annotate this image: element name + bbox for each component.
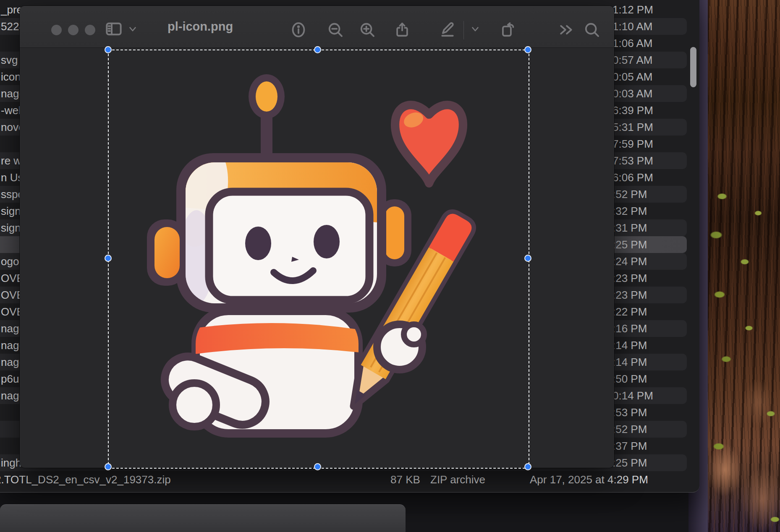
zip-file-kind: ZIP archive: [430, 471, 485, 488]
file-date-fragment: :31 PM: [612, 219, 647, 236]
file-date-fragment: :14 PM: [612, 354, 647, 370]
sidebar-icon[interactable]: [105, 22, 122, 36]
toolbar-divider: [463, 21, 464, 39]
file-date-fragment: :50 PM: [612, 370, 647, 387]
file-name-fragment: icon: [1, 68, 21, 85]
search-icon[interactable]: [584, 22, 600, 38]
markup-options-chevron-icon[interactable]: [470, 26, 481, 33]
selection-handle-top-center[interactable]: [314, 46, 321, 53]
file-date-fragment: :24 PM: [612, 253, 647, 270]
selection-handle-mid-left[interactable]: [105, 255, 112, 262]
file-date-fragment: :16 PM: [612, 320, 647, 337]
file-date-fragment: :37 PM: [612, 438, 647, 454]
file-name-fragment: ingh: [1, 454, 21, 471]
more-toolbar-items-icon[interactable]: [558, 22, 575, 38]
file-name-fragment: sign: [1, 203, 21, 219]
file-name-fragment: p6u: [1, 370, 19, 387]
file-name-fragment: svg: [1, 52, 18, 68]
sidebar-options-chevron-icon[interactable]: [127, 26, 138, 33]
info-icon[interactable]: [291, 22, 306, 38]
file-name-fragment: sign: [1, 219, 21, 236]
selection-handle-bottom-center[interactable]: [314, 463, 321, 470]
preview-window[interactable]: pl-icon.png: [20, 6, 614, 468]
file-date-fragment: 0:03 AM: [612, 85, 652, 102]
selection-handle-mid-right[interactable]: [524, 255, 531, 262]
zip-file-date: Apr 17, 2025 at 4:29 PM: [530, 471, 648, 488]
zip-file-name: 2.TOTL_DS2_en_csv_v2_19373.zip: [0, 471, 171, 488]
file-date-fragment: 7:59 PM: [612, 136, 653, 152]
rotate-left-icon[interactable]: [500, 22, 516, 38]
zoom-button[interactable]: [85, 25, 95, 35]
file-date-fragment: 1:12 PM: [612, 1, 653, 18]
screenshot-root: { "desktop": { "wallpaper_name": "redwoo…: [0, 0, 780, 532]
selection-handle-bottom-left[interactable]: [105, 463, 112, 470]
file-date-fragment: :52 PM: [612, 186, 647, 203]
selection-marquee[interactable]: [108, 50, 529, 469]
file-date-fragment: :23 PM: [612, 270, 647, 287]
markup-icon[interactable]: [440, 22, 455, 38]
file-date-fragment: :53 PM: [612, 404, 647, 421]
background-window-titlebar[interactable]: [0, 504, 406, 532]
file-name-fragment: re w: [1, 152, 21, 169]
desktop-wallpaper-bark: [708, 0, 780, 532]
file-date-fragment: :25 PM: [612, 236, 647, 253]
zoom-in-icon[interactable]: [359, 22, 375, 38]
file-date-fragment: 0:05 AM: [612, 68, 652, 85]
file-date-fragment: 6:06 PM: [612, 169, 653, 186]
file-date-fragment: 0:14 PM: [612, 387, 653, 404]
file-date-fragment: :52 PM: [612, 421, 647, 438]
file-date-fragment: 0:57 AM: [612, 52, 652, 68]
file-date-fragment: :14 PM: [612, 337, 647, 354]
file-date-fragment: 1:10 AM: [612, 18, 652, 35]
zoom-out-icon[interactable]: [327, 22, 343, 38]
selection-handle-top-left[interactable]: [105, 46, 112, 53]
minimize-button[interactable]: [68, 25, 79, 35]
file-date-fragment: 5:31 PM: [612, 119, 653, 136]
share-icon[interactable]: [394, 22, 410, 38]
file-name-fragment: ogo: [1, 253, 19, 270]
file-date-fragment: :22 PM: [612, 303, 647, 320]
file-date-fragment: 7:53 PM: [612, 152, 653, 169]
file-date-fragment: :32 PM: [612, 203, 647, 219]
selection-handle-bottom-right[interactable]: [524, 463, 531, 470]
close-button[interactable]: [51, 25, 62, 35]
preview-titlebar[interactable]: pl-icon.png: [20, 6, 614, 48]
file-date-fragment: :23 PM: [612, 287, 647, 303]
file-date-fragment: 6:39 PM: [612, 102, 653, 119]
zip-file-row[interactable]: 2.TOTL_DS2_en_csv_v2_19373.zip 87 KB ZIP…: [0, 471, 691, 488]
file-date-fragment: :25 PM: [612, 454, 647, 471]
zip-file-size: 87 KB: [390, 471, 420, 488]
file-date-fragment: 1:06 AM: [612, 35, 652, 52]
selection-handle-top-right[interactable]: [524, 46, 531, 53]
window-title: pl-icon.png: [168, 6, 233, 47]
scrollbar-thumb[interactable]: [690, 47, 696, 87]
